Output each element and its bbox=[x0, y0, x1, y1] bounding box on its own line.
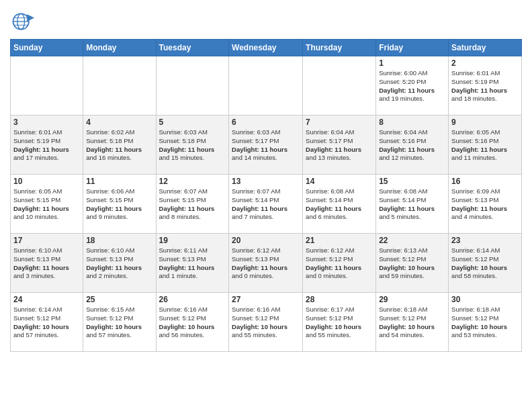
day-number: 7 bbox=[306, 118, 373, 127]
weekday-header-saturday: Saturday bbox=[449, 40, 522, 56]
day-cell: 22Sunrise: 6:13 AMSunset: 5:12 PMDayligh… bbox=[376, 234, 449, 293]
day-number: 4 bbox=[86, 118, 152, 127]
day-info: Sunrise: 6:16 AMSunset: 5:12 PMDaylight:… bbox=[159, 306, 226, 340]
day-info: Sunrise: 6:18 AMSunset: 5:12 PMDaylight:… bbox=[451, 306, 519, 340]
day-number: 27 bbox=[232, 295, 300, 304]
day-cell: 17Sunrise: 6:10 AMSunset: 5:13 PMDayligh… bbox=[11, 234, 83, 293]
weekday-header-row: SundayMondayTuesdayWednesdayThursdayFrid… bbox=[11, 40, 522, 56]
day-number: 25 bbox=[86, 295, 152, 304]
day-info: Sunrise: 6:08 AMSunset: 5:14 PMDaylight:… bbox=[379, 187, 445, 222]
day-cell bbox=[11, 56, 83, 116]
day-cell: 5Sunrise: 6:03 AMSunset: 5:18 PMDaylight… bbox=[156, 116, 229, 175]
day-cell: 2Sunrise: 6:01 AMSunset: 5:19 PMDaylight… bbox=[449, 56, 522, 116]
day-cell: 10Sunrise: 6:05 AMSunset: 5:15 PMDayligh… bbox=[11, 175, 83, 234]
day-cell bbox=[156, 56, 229, 116]
day-number: 1 bbox=[379, 58, 445, 68]
day-number: 26 bbox=[159, 295, 226, 304]
day-cell: 24Sunrise: 6:14 AMSunset: 5:12 PMDayligh… bbox=[11, 293, 83, 352]
day-info: Sunrise: 6:12 AMSunset: 5:12 PMDaylight:… bbox=[306, 246, 373, 281]
day-number: 17 bbox=[13, 236, 80, 245]
day-info: Sunrise: 6:11 AMSunset: 5:13 PMDaylight:… bbox=[159, 246, 226, 281]
day-cell: 25Sunrise: 6:15 AMSunset: 5:12 PMDayligh… bbox=[83, 293, 156, 352]
day-info: Sunrise: 6:14 AMSunset: 5:12 PMDaylight:… bbox=[13, 306, 80, 340]
weekday-header-friday: Friday bbox=[376, 40, 449, 56]
header bbox=[10, 7, 522, 34]
day-info: Sunrise: 6:10 AMSunset: 5:13 PMDaylight:… bbox=[86, 246, 152, 281]
day-number: 30 bbox=[451, 295, 519, 304]
day-number: 5 bbox=[159, 118, 226, 127]
day-number: 2 bbox=[451, 58, 519, 68]
day-number: 20 bbox=[232, 236, 300, 245]
day-cell: 15Sunrise: 6:08 AMSunset: 5:14 PMDayligh… bbox=[376, 175, 449, 234]
day-number: 18 bbox=[86, 236, 152, 245]
day-cell: 29Sunrise: 6:18 AMSunset: 5:12 PMDayligh… bbox=[376, 293, 449, 352]
day-cell bbox=[303, 56, 376, 116]
day-info: Sunrise: 6:03 AMSunset: 5:17 PMDaylight:… bbox=[232, 128, 300, 163]
day-info: Sunrise: 6:12 AMSunset: 5:13 PMDaylight:… bbox=[232, 246, 300, 281]
logo-icon bbox=[10, 9, 34, 34]
day-cell: 6Sunrise: 6:03 AMSunset: 5:17 PMDaylight… bbox=[229, 116, 303, 175]
day-number: 10 bbox=[13, 177, 80, 186]
day-number: 22 bbox=[379, 236, 445, 245]
day-cell: 28Sunrise: 6:17 AMSunset: 5:12 PMDayligh… bbox=[303, 293, 376, 352]
week-row-4: 17Sunrise: 6:10 AMSunset: 5:13 PMDayligh… bbox=[11, 234, 522, 293]
week-row-3: 10Sunrise: 6:05 AMSunset: 5:15 PMDayligh… bbox=[11, 175, 522, 234]
day-info: Sunrise: 6:00 AMSunset: 5:20 PMDaylight:… bbox=[379, 69, 445, 103]
weekday-header-thursday: Thursday bbox=[303, 40, 376, 56]
weekday-header-tuesday: Tuesday bbox=[156, 40, 229, 56]
day-cell: 16Sunrise: 6:09 AMSunset: 5:13 PMDayligh… bbox=[449, 175, 522, 234]
day-cell: 9Sunrise: 6:05 AMSunset: 5:16 PMDaylight… bbox=[449, 116, 522, 175]
day-info: Sunrise: 6:07 AMSunset: 5:14 PMDaylight:… bbox=[232, 187, 300, 222]
day-cell: 4Sunrise: 6:02 AMSunset: 5:18 PMDaylight… bbox=[83, 116, 156, 175]
day-cell: 13Sunrise: 6:07 AMSunset: 5:14 PMDayligh… bbox=[229, 175, 303, 234]
day-number: 8 bbox=[379, 118, 445, 127]
day-cell: 11Sunrise: 6:06 AMSunset: 5:15 PMDayligh… bbox=[83, 175, 156, 234]
day-info: Sunrise: 6:01 AMSunset: 5:19 PMDaylight:… bbox=[451, 69, 519, 103]
week-row-5: 24Sunrise: 6:14 AMSunset: 5:12 PMDayligh… bbox=[11, 293, 522, 352]
week-row-1: 1Sunrise: 6:00 AMSunset: 5:20 PMDaylight… bbox=[11, 56, 522, 116]
svg-marker-5 bbox=[27, 14, 34, 21]
day-cell: 3Sunrise: 6:01 AMSunset: 5:19 PMDaylight… bbox=[11, 116, 83, 175]
day-cell bbox=[229, 56, 303, 116]
day-info: Sunrise: 6:08 AMSunset: 5:14 PMDaylight:… bbox=[306, 187, 373, 222]
day-cell: 19Sunrise: 6:11 AMSunset: 5:13 PMDayligh… bbox=[156, 234, 229, 293]
day-cell: 8Sunrise: 6:04 AMSunset: 5:16 PMDaylight… bbox=[376, 116, 449, 175]
day-number: 3 bbox=[13, 118, 80, 127]
day-cell: 20Sunrise: 6:12 AMSunset: 5:13 PMDayligh… bbox=[229, 234, 303, 293]
day-cell: 21Sunrise: 6:12 AMSunset: 5:12 PMDayligh… bbox=[303, 234, 376, 293]
day-number: 21 bbox=[306, 236, 373, 245]
day-cell: 26Sunrise: 6:16 AMSunset: 5:12 PMDayligh… bbox=[156, 293, 229, 352]
day-info: Sunrise: 6:04 AMSunset: 5:17 PMDaylight:… bbox=[306, 128, 373, 163]
logo bbox=[10, 7, 37, 34]
day-info: Sunrise: 6:18 AMSunset: 5:12 PMDaylight:… bbox=[379, 306, 445, 340]
day-number: 24 bbox=[13, 295, 80, 304]
day-number: 9 bbox=[451, 118, 519, 127]
day-info: Sunrise: 6:02 AMSunset: 5:18 PMDaylight:… bbox=[86, 128, 152, 163]
day-number: 16 bbox=[451, 177, 519, 186]
day-number: 12 bbox=[159, 177, 226, 186]
day-info: Sunrise: 6:05 AMSunset: 5:16 PMDaylight:… bbox=[451, 128, 519, 163]
day-number: 15 bbox=[379, 177, 445, 186]
day-cell: 23Sunrise: 6:14 AMSunset: 5:12 PMDayligh… bbox=[449, 234, 522, 293]
day-cell bbox=[83, 56, 156, 116]
day-info: Sunrise: 6:17 AMSunset: 5:12 PMDaylight:… bbox=[306, 306, 373, 340]
day-number: 29 bbox=[379, 295, 445, 304]
day-cell: 12Sunrise: 6:07 AMSunset: 5:15 PMDayligh… bbox=[156, 175, 229, 234]
day-info: Sunrise: 6:09 AMSunset: 5:13 PMDaylight:… bbox=[451, 187, 519, 222]
day-number: 11 bbox=[86, 177, 152, 186]
day-number: 13 bbox=[232, 177, 300, 186]
day-info: Sunrise: 6:01 AMSunset: 5:19 PMDaylight:… bbox=[13, 128, 80, 163]
day-number: 28 bbox=[306, 295, 373, 304]
day-cell: 30Sunrise: 6:18 AMSunset: 5:12 PMDayligh… bbox=[449, 293, 522, 352]
weekday-header-monday: Monday bbox=[83, 40, 156, 56]
day-info: Sunrise: 6:06 AMSunset: 5:15 PMDaylight:… bbox=[86, 187, 152, 222]
weekday-header-sunday: Sunday bbox=[11, 40, 83, 56]
day-cell: 18Sunrise: 6:10 AMSunset: 5:13 PMDayligh… bbox=[83, 234, 156, 293]
page: SundayMondayTuesdayWednesdayThursdayFrid… bbox=[0, 0, 532, 362]
day-info: Sunrise: 6:16 AMSunset: 5:12 PMDaylight:… bbox=[232, 306, 300, 340]
calendar-table: SundayMondayTuesdayWednesdayThursdayFrid… bbox=[10, 39, 522, 352]
day-cell: 27Sunrise: 6:16 AMSunset: 5:12 PMDayligh… bbox=[229, 293, 303, 352]
day-cell: 7Sunrise: 6:04 AMSunset: 5:17 PMDaylight… bbox=[303, 116, 376, 175]
day-info: Sunrise: 6:15 AMSunset: 5:12 PMDaylight:… bbox=[86, 306, 152, 340]
day-info: Sunrise: 6:04 AMSunset: 5:16 PMDaylight:… bbox=[379, 128, 445, 163]
